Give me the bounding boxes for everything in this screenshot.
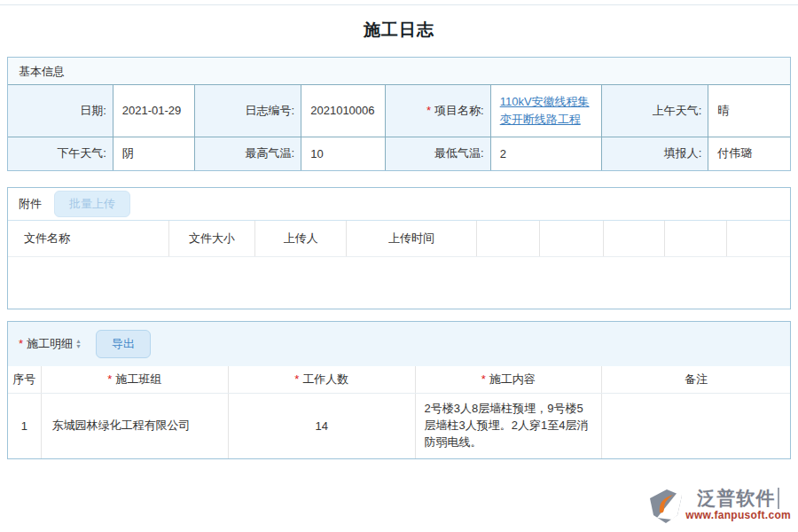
column-header-seq: 序号 [8, 366, 41, 394]
attachments-table: 文件名称 文件大小 上传人 上传时间 [8, 221, 790, 257]
batch-upload-button[interactable]: 批量上传 [54, 191, 130, 217]
construction-detail-table: 序号 *施工班组 *工作人数 *施工内容 备注 1 东城园林绿化工程有限公司 1… [8, 366, 790, 458]
basic-info-section-title: 基本信息 [8, 58, 790, 85]
log-number-label: 日志编号: [194, 85, 301, 137]
required-marker: * [19, 337, 23, 350]
morning-weather-label: 上午天气: [601, 85, 708, 137]
morning-weather-value: 晴 [708, 85, 790, 137]
vendor-name: 泛普软件 [697, 488, 779, 509]
vendor-website: www.fanpusoft.com [685, 509, 791, 521]
reporter-label: 填报人: [601, 137, 708, 170]
project-name-link[interactable]: 110kV安徽线程集变开断线路工程 [500, 95, 590, 126]
cell-remark [601, 394, 790, 458]
required-marker: * [426, 104, 431, 117]
column-header-empty [727, 221, 790, 256]
column-header-empty [665, 221, 727, 256]
column-header-team: *施工班组 [41, 366, 228, 394]
column-header-upload-time: 上传时间 [347, 221, 476, 256]
cell-seq: 1 [8, 394, 41, 458]
afternoon-weather-label: 下午天气: [8, 137, 113, 170]
max-temp-value: 10 [301, 137, 386, 170]
min-temp-value: 2 [490, 137, 601, 170]
max-temp-label: 最高气温: [194, 137, 301, 170]
column-header-content: *施工内容 [415, 366, 601, 394]
cell-content: 2号楼3人8层墙柱预埋，9号楼5层墙柱3人预埋。2人穿1至4层消防弱电线。 [415, 394, 601, 458]
construction-detail-section: * 施工明细 ▲▼ 导出 序号 *施工班组 *工作人数 *施工内容 备注 1 东… [7, 321, 791, 459]
vendor-watermark: 泛普软件 www.fanpusoft.com [648, 488, 791, 528]
column-header-uploader: 上传人 [255, 221, 347, 256]
column-header-file-name: 文件名称 [8, 221, 168, 256]
project-name-cell: 110kV安徽线程集变开断线路工程 [490, 85, 601, 137]
required-marker: * [481, 372, 486, 386]
sort-spinner-icon[interactable]: ▲▼ [75, 339, 82, 349]
column-header-remark: 备注 [601, 366, 790, 394]
min-temp-label: 最低气温: [386, 137, 490, 170]
afternoon-weather-value: 阴 [113, 137, 194, 170]
page-title: 施工日志 [0, 19, 798, 42]
construction-detail-section-title: 施工明细 [27, 336, 73, 352]
required-marker: * [107, 372, 112, 386]
column-header-workers: *工作人数 [229, 366, 415, 394]
reporter-value: 付伟璐 [708, 137, 790, 170]
date-value: 2021-01-29 [113, 85, 194, 137]
attachments-section-title: 附件 [19, 196, 42, 212]
project-name-label: *项目名称: [386, 85, 490, 137]
table-row: 1 东城园林绿化工程有限公司 14 2号楼3人8层墙柱预埋，9号楼5层墙柱3人预… [8, 394, 790, 458]
export-button[interactable]: 导出 [96, 330, 151, 358]
column-header-empty [476, 221, 539, 256]
vendor-logo-icon [648, 488, 684, 528]
column-header-empty [603, 221, 664, 256]
column-header-file-size: 文件大小 [168, 221, 254, 256]
attachments-section: 附件 批量上传 文件名称 文件大小 上传人 上传时间 [7, 187, 791, 309]
required-marker: * [294, 372, 299, 386]
column-header-empty [539, 221, 603, 256]
cell-workers: 14 [229, 394, 415, 458]
date-label: 日期: [8, 85, 113, 137]
top-divider [0, 4, 798, 5]
cell-team: 东城园林绿化工程有限公司 [41, 394, 228, 458]
basic-info-section: 基本信息 日期: 2021-01-29 日志编号: 2021010006 *项目… [7, 57, 791, 171]
log-number-value: 2021010006 [301, 85, 386, 137]
attachments-empty-body [8, 257, 790, 309]
basic-info-table: 日期: 2021-01-29 日志编号: 2021010006 *项目名称: 1… [8, 85, 790, 170]
